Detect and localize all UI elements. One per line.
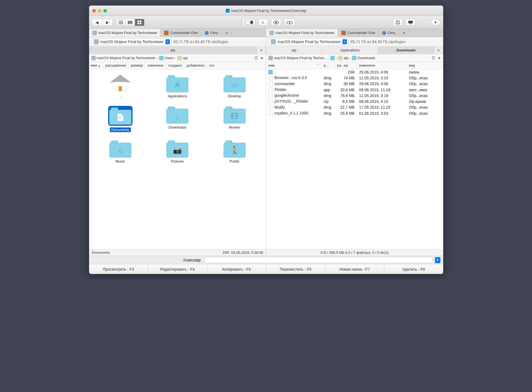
archive-button[interactable] <box>393 19 403 26</box>
grid-item[interactable]: 🎞Movies <box>206 106 263 132</box>
ptab-network-r[interactable]: Сеть <box>379 29 399 37</box>
table-row[interactable]: ..DIR29.06.2019, 4:09папка <box>266 69 443 75</box>
ptab-disk[interactable]: macOS Mojave Final by Techsviewer <box>89 29 161 37</box>
view-list-icon[interactable] <box>116 19 126 26</box>
disk-selector[interactable]: macOS Mojave Final by Techsviewer▾ <box>92 38 171 45</box>
home-icon <box>177 56 182 60</box>
svg-rect-4 <box>129 21 131 24</box>
col-mod-r[interactable]: изменено <box>357 62 407 69</box>
star-icon[interactable]: ★ <box>437 56 441 61</box>
folder-tab-aip[interactable]: aip <box>89 46 257 54</box>
fn-button[interactable]: Редактировать - F4 <box>148 264 207 274</box>
menu-icon[interactable]: ☰ <box>254 56 258 61</box>
grid-item[interactable]: 📷Pictures <box>149 140 206 163</box>
disk-icon <box>91 56 96 60</box>
crumb-downloads[interactable]: Downloads <box>357 56 375 60</box>
forward-button[interactable]: ▶ <box>102 19 113 26</box>
star-icon[interactable]: ★ <box>260 56 264 61</box>
file-list: ..DIR29.06.2019, 4:09папкаBrowser...rus-… <box>266 69 443 249</box>
folder-icon: ▭ <box>224 75 246 92</box>
table-row[interactable]: Flotatoapp20,6 МБ06.06.2019, 11:18прог..… <box>266 87 443 93</box>
fn-button[interactable]: Новая папка - F7 <box>325 264 385 274</box>
col-added[interactable]: добавлено <box>184 62 207 69</box>
view-grid-icon[interactable] <box>135 19 144 26</box>
path-input[interactable] <box>205 257 433 263</box>
column-headers-right: имя⌃ р... ра...ер изменено вид <box>266 62 443 69</box>
toggle-switch[interactable] <box>242 19 255 26</box>
col-ext-r[interactable]: р... <box>321 62 335 69</box>
fn-button[interactable]: Копировать - F5 <box>207 264 266 274</box>
svg-rect-2 <box>119 23 123 24</box>
table-row[interactable]: Mutifydmg22,7 МБ17.05.2019, 11:23Обр...и… <box>266 104 443 110</box>
grid-item[interactable]: ▭Desktop <box>206 75 263 98</box>
disk-free-text: 65,71 ГБ из 84,48 ГБ свободно <box>173 40 229 44</box>
ptabs-overflow[interactable]: » <box>222 29 232 37</box>
col-name-sorted[interactable]: имя▲ <box>91 63 101 67</box>
back-button[interactable]: ◀ <box>92 19 102 26</box>
disk-selector-r[interactable]: macOS Mojave Final by Techsviewer▾ <box>269 38 348 45</box>
minimize-icon[interactable] <box>98 9 101 12</box>
chevron-updown-icon: ▾ <box>342 39 347 44</box>
view-columns-icon[interactable] <box>126 19 135 26</box>
add-tab-button-r[interactable]: + <box>434 46 443 54</box>
ptab-network[interactable]: Сеть <box>201 29 222 37</box>
grid-item-label: Documents <box>110 127 131 132</box>
grid-item[interactable]: ♫Music <box>92 140 149 163</box>
close-icon[interactable] <box>92 9 96 12</box>
crumb-disk-r[interactable]: macOS Mojave Final by Techsv... <box>274 56 327 60</box>
fn-button[interactable]: Переместить - F6 <box>266 264 325 274</box>
add-tab-button[interactable]: + <box>257 46 266 54</box>
col-size[interactable]: размер <box>128 62 145 69</box>
svg-rect-6 <box>137 20 139 22</box>
ptab-commander[interactable]: Commander One <box>161 29 201 37</box>
crumb-disk[interactable]: macOS Mojave Final by Techsviewer <box>97 56 156 60</box>
col-name-r[interactable]: имя⌃ <box>266 62 321 69</box>
folder-icon: ↓ <box>166 106 188 124</box>
col-opened[interactable]: отк <box>207 62 217 69</box>
ptabs-overflow-r[interactable]: » <box>399 29 409 37</box>
fn-button[interactable]: Просмотреть - F3 <box>89 264 148 274</box>
breadcrumb-right: macOS Mojave Final by Techsv...› › aip› … <box>266 54 443 62</box>
grid-item[interactable]: ↓Downloads <box>149 106 206 132</box>
path-history-button[interactable]: ▼ <box>435 257 440 263</box>
folder-icon <box>352 56 356 60</box>
grid-item[interactable]: AApplications <box>149 75 206 98</box>
binoculars-button[interactable] <box>284 19 295 26</box>
grid-item-label: Public <box>230 159 239 163</box>
table-row[interactable]: googlechromedmg78,8 МБ11.05.2019, 3:19Об… <box>266 93 443 98</box>
table-row[interactable]: commanderdmg39 МБ29.06.2019, 4:09Обр...и… <box>266 81 443 87</box>
crumb-aip[interactable]: aip <box>183 56 188 60</box>
folder-icon: 🚶 <box>224 140 246 158</box>
file-icon <box>268 93 273 98</box>
grid-item[interactable]: .. <box>92 75 149 98</box>
quicklook-button[interactable] <box>271 19 281 26</box>
table-row[interactable]: Browser...rus-5.3.0dmg74 МБ11.05.2019, 3… <box>266 75 443 81</box>
table-row[interactable]: royaltsx_4.1.1.1000dmg25,9 МБ01.06.2019,… <box>266 110 443 116</box>
grid-item-label: Music <box>116 159 125 163</box>
crumb-aip-r[interactable]: aip <box>344 56 348 60</box>
info-button[interactable]: i <box>258 19 268 26</box>
crumb-users[interactable]: Users <box>165 56 174 60</box>
grid-item-label: Movies <box>229 125 240 129</box>
path-label: /Users/aip <box>92 258 203 262</box>
table-row[interactable]: jJoYSrzG..._Flotatozip8,5 МБ08.06.2019, … <box>266 98 443 104</box>
tab-applications-r[interactable]: Applications <box>322 46 378 54</box>
ptab-disk-r[interactable]: macOS Mojave Final by Techsviewer <box>266 29 338 37</box>
titlebar: macOS Mojave Final by Techsviewer/Users/… <box>89 6 443 16</box>
menu-icon[interactable]: ☰ <box>432 56 435 61</box>
col-size-r[interactable]: ра...ер <box>335 62 357 69</box>
tab-aip-r[interactable]: aip <box>266 46 322 54</box>
ptab-commander-r[interactable]: Commander One <box>338 29 379 37</box>
tab-downloads-r[interactable]: Downloads <box>378 46 434 54</box>
zoom-icon[interactable] <box>103 9 107 12</box>
col-created[interactable]: создано <box>166 62 184 69</box>
download-button[interactable] <box>430 19 440 26</box>
svg-point-15 <box>290 21 292 24</box>
col-kind-r[interactable]: вид <box>407 62 443 69</box>
grid-item[interactable]: 📄Documents <box>92 106 149 132</box>
computer-button[interactable] <box>406 19 416 26</box>
col-ext[interactable]: расширение <box>103 62 129 69</box>
grid-item[interactable]: 🚶Public <box>206 140 263 163</box>
col-modified[interactable]: изменено <box>145 62 166 69</box>
fn-button[interactable]: Удалить - F8 <box>384 264 443 274</box>
